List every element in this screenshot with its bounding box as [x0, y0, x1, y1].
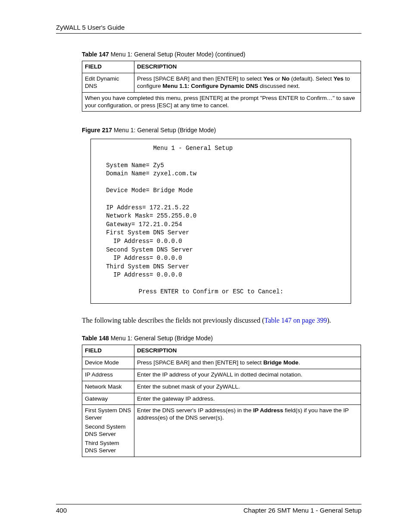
desc-bold: Yes — [333, 75, 343, 82]
desc-bold: No — [282, 75, 290, 82]
page-footer: 400 Chapter 26 SMT Menu 1 - General Setu… — [56, 504, 361, 514]
td-field: IP Address — [82, 369, 134, 381]
td-description: Press [SPACE BAR] and then [ENTER] to se… — [134, 73, 361, 92]
terminal-output: Menu 1 - General Setup System Name= Zy5 … — [90, 139, 351, 304]
td-field-dns: First System DNS Server Second System DN… — [82, 405, 134, 457]
table-148-title: Menu 1: General Setup (Bridge Mode) — [109, 335, 213, 342]
desc-part: (default). Select — [290, 75, 333, 82]
dns-server-label: First System DNS Server — [85, 407, 131, 422]
table-147-caption: Table 147 Menu 1: General Setup (Router … — [82, 51, 361, 58]
desc-bold: IP Address — [253, 407, 283, 414]
dns-server-label: Second System DNS Server — [85, 423, 131, 438]
figure-217-caption: Figure 217 Menu 1: General Setup (Bridge… — [82, 127, 361, 134]
th-field: FIELD — [82, 345, 134, 357]
td-description: Enter the IP address of your ZyWALL in d… — [134, 369, 361, 381]
para-text: The following table describes the fields… — [82, 317, 264, 324]
table-148-caption: Table 148 Menu 1: General Setup (Bridge … — [82, 335, 361, 342]
td-description: Enter the DNS server's IP address(es) in… — [134, 405, 361, 457]
desc-part: or — [273, 75, 282, 82]
td-field: Device Mode — [82, 357, 134, 369]
desc-part: Enter the DNS server's IP address(es) in… — [137, 407, 253, 414]
td-field: Network Mask — [82, 381, 134, 393]
desc-bold: Yes — [263, 75, 273, 82]
cross-reference-link[interactable]: Table 147 on page 399 — [264, 317, 327, 324]
dns-server-label: Third System DNS Server — [85, 440, 131, 454]
td-description: Enter the gateway IP address. — [134, 393, 361, 405]
desc-part: . — [299, 359, 300, 366]
th-description: DESCRIPTION — [134, 345, 361, 357]
desc-part: Press [SPACE BAR] and then [ENTER] to se… — [137, 75, 263, 82]
th-description: DESCRIPTION — [134, 61, 361, 73]
td-description: Press [SPACE BAR] and then [ENTER] to se… — [134, 357, 361, 369]
table-148-label: Table 148 — [82, 335, 109, 342]
intro-paragraph: The following table describes the fields… — [82, 317, 361, 324]
figure-217-label: Figure 217 — [82, 127, 112, 134]
page-header: ZyWALL 5 User's Guide — [56, 24, 361, 34]
figure-217-title: Menu 1: General Setup (Bridge Mode) — [112, 127, 216, 134]
desc-bold: Bridge Mode — [263, 359, 299, 366]
td-field: Edit Dynamic DNS — [82, 73, 134, 92]
table-147: FIELD DESCRIPTION Edit Dynamic DNS Press… — [82, 61, 361, 112]
td-field: Gateway — [82, 393, 134, 405]
desc-part: discussed next. — [258, 83, 300, 89]
td-footer-note: When you have completed this menu, press… — [82, 92, 361, 112]
table-148: FIELD DESCRIPTION Device Mode Press [SPA… — [82, 345, 361, 457]
chapter-title: Chapter 26 SMT Menu 1 - General Setup — [243, 507, 361, 514]
th-field: FIELD — [82, 61, 134, 73]
table-147-title: Menu 1: General Setup (Router Mode) (con… — [109, 51, 246, 58]
desc-bold: Menu 1.1: Configure Dynamic DNS — [162, 83, 258, 89]
table-147-label: Table 147 — [82, 51, 109, 58]
para-text: ). — [327, 317, 331, 324]
td-description: Enter the subnet mask of your ZyWALL. — [134, 381, 361, 393]
page-number: 400 — [56, 507, 67, 514]
desc-part: Press [SPACE BAR] and then [ENTER] to se… — [137, 359, 263, 366]
